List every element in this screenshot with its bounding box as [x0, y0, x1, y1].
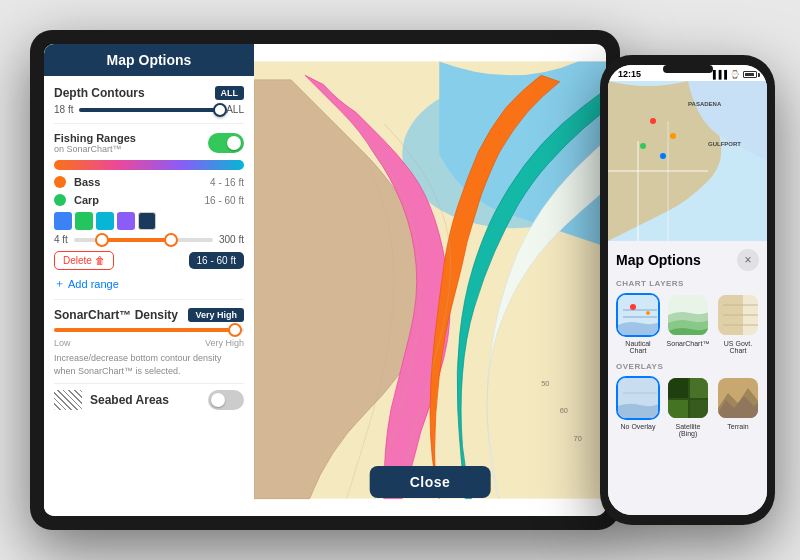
divider-1: [54, 123, 244, 124]
svg-point-19: [646, 311, 650, 315]
depth-contours-section: Depth Contours ALL: [54, 86, 244, 100]
depth-slider-thumb: [213, 103, 227, 117]
svg-text:GULFPORT: GULFPORT: [708, 141, 741, 147]
density-slider[interactable]: [54, 328, 244, 332]
wifi-icon: ⌚: [730, 70, 740, 79]
depth-slider-double[interactable]: [74, 238, 213, 242]
battery-icon: [743, 71, 757, 78]
swatch-blue[interactable]: [54, 212, 72, 230]
terrain-box: [716, 376, 760, 420]
chart-icon-nautical[interactable]: Nautical Chart: [616, 293, 660, 354]
depth-slider-min: 18 ft: [54, 104, 73, 115]
depth-fill: [102, 238, 172, 242]
bass-dot: [54, 176, 66, 188]
status-icons: ▐▐▐ ⌚: [710, 70, 757, 79]
phone-close-button[interactable]: ×: [737, 249, 759, 271]
plus-icon: ＋: [54, 276, 65, 291]
density-low: Low: [54, 338, 71, 348]
terrain-svg: [718, 378, 760, 420]
carp-dot: [54, 194, 66, 206]
fishing-ranges-toggle[interactable]: [208, 133, 244, 153]
density-fill: [54, 328, 235, 332]
svg-rect-31: [668, 400, 688, 420]
delete-button[interactable]: Delete 🗑: [54, 251, 114, 270]
sonar-chart-box: [666, 293, 710, 337]
depth-thumb-right: [164, 233, 178, 247]
usgov-chart-box: [716, 293, 760, 337]
depth-slider-track[interactable]: [79, 108, 220, 112]
no-overlay-svg: [618, 378, 660, 420]
usgov-label: US Govt. Chart: [716, 340, 760, 354]
close-button[interactable]: Close: [370, 466, 491, 498]
add-range-btn[interactable]: ＋ Add range: [54, 276, 244, 291]
panel-title: Map Options: [107, 52, 192, 68]
sonar-label: SonarChart™: [667, 340, 710, 347]
fishing-ranges-sub: on SonarChart™: [54, 144, 136, 154]
overlays-label: OVERLAYS: [616, 362, 759, 371]
trash-icon: 🗑: [95, 255, 105, 266]
bass-label: Bass: [74, 176, 202, 188]
color-bar: [54, 160, 244, 170]
svg-point-9: [660, 153, 666, 159]
panel-body: Depth Contours ALL 18 ft ALL: [44, 76, 254, 516]
density-label: SonarChart™ Density: [54, 308, 178, 322]
very-high-badge: Very High: [188, 308, 244, 322]
svg-text:60: 60: [560, 406, 568, 415]
delete-label: Delete: [63, 255, 92, 266]
no-overlay-label: No Overlay: [620, 423, 655, 430]
phone-notch: [663, 65, 713, 73]
chart-icon-sonar[interactable]: SonarChart™: [666, 293, 710, 354]
overlays-row: No Overlay Sa: [616, 376, 759, 437]
overlay-icon-none[interactable]: No Overlay: [616, 376, 660, 437]
overlay-icon-terrain[interactable]: Terrain: [716, 376, 760, 437]
depth-range-min: 4 ft: [54, 234, 68, 245]
battery-fill: [745, 73, 754, 76]
carp-label: Carp: [74, 194, 197, 206]
phone: 12:15 ▐▐▐ ⌚: [600, 55, 775, 525]
phone-panel: Map Options × CHART LAYERS: [608, 241, 767, 515]
density-labels: Low Very High: [54, 338, 244, 348]
density-thumb: [228, 323, 242, 337]
sonar-svg: [668, 295, 710, 337]
svg-point-18: [630, 304, 636, 310]
seabed-toggle[interactable]: [208, 390, 244, 410]
phone-close-icon: ×: [744, 253, 751, 267]
divider-2: [54, 299, 244, 300]
nautical-chart-box: [616, 293, 660, 337]
chart-icon-usgov[interactable]: US Govt. Chart: [716, 293, 760, 354]
terrain-label: Terrain: [727, 423, 748, 430]
phone-map-svg: PASADENA GULFPORT: [608, 81, 767, 241]
svg-rect-32: [690, 378, 710, 398]
depth-slider-fill: [79, 108, 220, 112]
add-range-label: Add range: [68, 278, 119, 290]
carp-range-row: Carp 16 - 60 ft: [54, 194, 244, 206]
all-badge: ALL: [215, 86, 245, 100]
svg-point-6: [650, 118, 656, 124]
density-desc: Increase/decrease bottom contour density…: [54, 352, 244, 377]
swatch-cyan[interactable]: [96, 212, 114, 230]
scene: Map Options Depth Contours ALL 18 ft: [0, 0, 800, 560]
color-swatches: [54, 212, 244, 230]
swatch-green[interactable]: [75, 212, 93, 230]
density-high: Very High: [205, 338, 244, 348]
tablet: Map Options Depth Contours ALL 18 ft: [30, 30, 620, 530]
action-buttons: Delete 🗑 16 - 60 ft: [54, 251, 244, 270]
satellite-label: Satellite (Bing): [666, 423, 710, 437]
svg-rect-22: [718, 295, 743, 337]
swatch-purple[interactable]: [117, 212, 135, 230]
depth-contours-label: Depth Contours: [54, 86, 145, 100]
depth-range-slider: 4 ft 300 ft: [54, 234, 244, 245]
close-label: Close: [410, 474, 451, 490]
swatch-dark[interactable]: [138, 212, 156, 230]
bass-range-row: Bass 4 - 16 ft: [54, 176, 244, 188]
nautical-label: Nautical Chart: [616, 340, 660, 354]
svg-rect-29: [668, 378, 688, 398]
overlay-icon-satellite[interactable]: Satellite (Bing): [666, 376, 710, 437]
fishing-ranges-row: Fishing Ranges on SonarChart™: [54, 132, 244, 154]
usgov-svg: [718, 295, 760, 337]
svg-point-8: [640, 143, 646, 149]
fishing-ranges-label: Fishing Ranges: [54, 132, 136, 144]
phone-panel-title: Map Options: [616, 252, 701, 268]
depth-slider-max: ALL: [226, 104, 244, 115]
depth-thumb-left: [95, 233, 109, 247]
